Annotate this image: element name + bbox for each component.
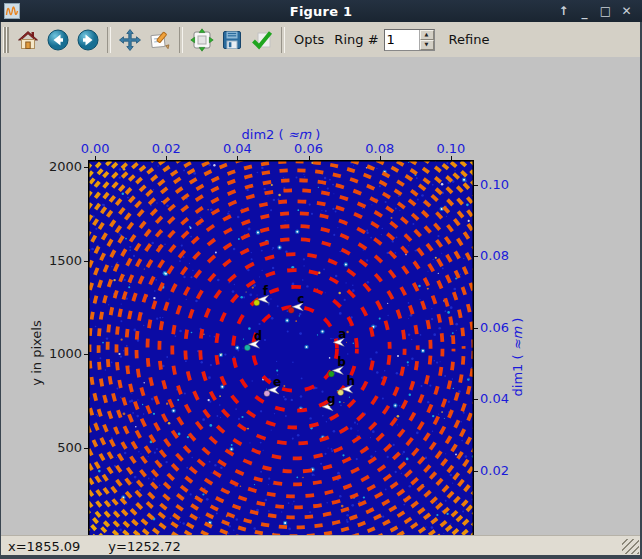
matplotlib-toolbar: Opts Ring # ▲ ▼ Refine <box>0 22 642 58</box>
top-tick-label: 0.06 <box>294 141 323 156</box>
edit-icon <box>148 28 172 52</box>
top-tick <box>380 156 381 160</box>
right-tick-label: 0.04 <box>480 391 509 406</box>
edit-button[interactable] <box>146 26 174 54</box>
toolbar-separator <box>179 27 183 53</box>
close-button[interactable]: ✕ <box>619 3 634 19</box>
control-point-label: h <box>347 374 356 388</box>
top-axis-title: dim2 ( ≈m ) <box>242 127 321 142</box>
window-border <box>0 555 642 559</box>
control-point-label: a <box>338 327 346 341</box>
back-icon <box>46 28 70 52</box>
ring-number-spinbox: ▲ ▼ <box>384 29 435 51</box>
top-tick-label: 0.02 <box>152 141 181 156</box>
cursor-x-readout: x=1855.09 <box>8 539 80 554</box>
cursor-y-readout: y=1252.72 <box>108 539 180 554</box>
top-tick-label: 0.10 <box>436 141 465 156</box>
right-tick <box>474 185 478 186</box>
control-point-label: e <box>273 375 281 389</box>
right-tick-label: 0.08 <box>480 248 509 263</box>
pan-button[interactable] <box>116 26 144 54</box>
right-axis-title: dim1 ( ≈m ) <box>510 318 525 397</box>
y-tick <box>84 448 88 449</box>
refine-button[interactable]: Refine <box>449 32 490 47</box>
window-title: Figure 1 <box>0 4 642 19</box>
control-point-label: b <box>337 355 346 369</box>
apply-check-button[interactable] <box>248 26 276 54</box>
y-tick-label: 1000 <box>0 346 82 361</box>
figure-window: Figure 1 ↑ _ □ ✕ <box>0 0 642 559</box>
configure-subplots-icon <box>190 28 214 52</box>
right-tick-label: 0.02 <box>480 463 509 478</box>
pan-icon <box>118 28 142 52</box>
y-tick-label: 1500 <box>0 253 82 268</box>
y-tick-label: 500 <box>0 440 82 455</box>
right-tick-label: 0.10 <box>480 177 509 192</box>
home-button[interactable] <box>14 26 42 54</box>
window-border <box>0 22 1 559</box>
top-tick-label: 0.08 <box>365 141 394 156</box>
y-tick <box>84 167 88 168</box>
status-bar: x=1855.09 y=1252.72 <box>0 535 642 556</box>
toolbar-grip-handle[interactable] <box>3 27 9 53</box>
right-tick <box>474 399 478 400</box>
top-tick <box>166 156 167 160</box>
spin-down-button[interactable]: ▼ <box>420 40 434 50</box>
forward-icon <box>76 28 100 52</box>
opts-button[interactable]: Opts <box>294 32 324 47</box>
forward-button[interactable] <box>74 26 102 54</box>
top-tick <box>95 156 96 160</box>
control-point-label: c <box>297 292 304 306</box>
top-tick-label: 0.00 <box>81 141 110 156</box>
diffraction-image-plot[interactable]: abcdefgh <box>88 160 474 542</box>
spin-up-button[interactable]: ▲ <box>420 30 434 40</box>
check-icon <box>250 28 274 52</box>
shade-button[interactable]: ↑ <box>556 3 571 19</box>
top-tick <box>237 156 238 160</box>
right-tick <box>474 471 478 472</box>
configure-subplots-button[interactable] <box>188 26 216 54</box>
ring-number-label: Ring # <box>334 32 378 47</box>
toolbar-separator <box>281 27 285 53</box>
right-tick <box>474 256 478 257</box>
maximize-button[interactable]: □ <box>598 3 613 19</box>
back-button[interactable] <box>44 26 72 54</box>
y-tick <box>84 354 88 355</box>
control-point-label: g <box>327 392 336 406</box>
right-tick-label: 0.06 <box>480 320 509 335</box>
resize-grip[interactable] <box>622 539 639 554</box>
ring-number-input[interactable] <box>385 30 419 50</box>
minimize-button[interactable]: _ <box>577 3 592 19</box>
top-tick <box>451 156 452 160</box>
control-point-label: d <box>253 329 262 343</box>
save-icon <box>220 28 244 52</box>
top-tick <box>309 156 310 160</box>
home-icon <box>16 28 40 52</box>
figure-canvas: abcdefgh dim2 ( ≈m ) x in pixels y in pi… <box>0 57 642 535</box>
y-tick <box>84 261 88 262</box>
y-tick-label: 2000 <box>0 159 82 174</box>
control-point-label: f <box>263 284 269 298</box>
right-tick <box>474 328 478 329</box>
toolbar-separator <box>107 27 111 53</box>
save-button[interactable] <box>218 26 246 54</box>
top-tick-label: 0.04 <box>223 141 252 156</box>
matplotlib-logo-icon <box>4 3 20 19</box>
title-bar: Figure 1 ↑ _ □ ✕ <box>0 0 642 22</box>
